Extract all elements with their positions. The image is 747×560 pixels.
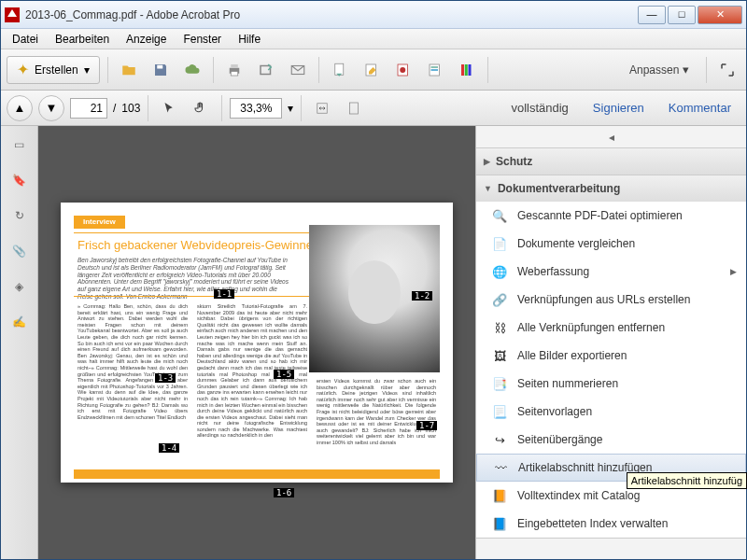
panel-toggle[interactable]: ◂ <box>476 126 746 148</box>
item-icon: 🔍 <box>491 207 508 224</box>
menu-file[interactable]: Datei <box>5 31 46 48</box>
svg-rect-11 <box>430 66 438 68</box>
fit-page-icon[interactable] <box>341 95 367 121</box>
panel-item-7[interactable]: 📃Seitenvorlagen <box>476 398 746 426</box>
item-label: Weberfassung <box>517 265 589 278</box>
item-icon: 〰 <box>492 459 509 476</box>
cloud-icon[interactable] <box>179 57 205 83</box>
select-tool-icon[interactable] <box>156 95 182 121</box>
hand-tool-icon[interactable] <box>188 95 214 121</box>
item-icon: 🌐 <box>491 263 508 280</box>
menu-edit[interactable]: Bearbeiten <box>48 31 117 48</box>
accordion-header-dokument[interactable]: ▼Dokumentverarbeitung <box>476 175 746 202</box>
item-label: Seitenvorlagen <box>517 405 592 418</box>
zoom-input[interactable] <box>230 98 282 119</box>
create-button[interactable]: ✦ Erstellen ▾ <box>7 56 100 84</box>
left-nav: ▭ 🔖 ↻ 📎 ◈ ✍ <box>1 126 38 559</box>
separator <box>706 57 707 83</box>
close-button[interactable]: ✕ <box>698 6 742 24</box>
triangle-icon: ▶ <box>484 157 490 166</box>
panel-item-5[interactable]: 🖼Alle Bilder exportieren <box>476 342 746 370</box>
content-area: ▭ 🔖 ↻ 📎 ◈ ✍ Interview Frisch gebackener … <box>1 126 746 559</box>
item-icon: 📙 <box>491 487 508 504</box>
sign-link[interactable]: Signieren <box>584 97 654 119</box>
svg-rect-3 <box>231 71 238 76</box>
panel-item-4[interactable]: ⛓Alle Verknüpfungen entfernen <box>476 314 746 342</box>
svg-rect-15 <box>468 64 471 76</box>
maximize-button[interactable]: □ <box>668 6 696 24</box>
comment-link[interactable]: Kommentar <box>659 97 740 119</box>
page-band: Interview <box>74 216 125 229</box>
print-icon[interactable] <box>221 57 247 83</box>
menu-view[interactable]: Anzeige <box>119 31 174 48</box>
marker-1-1: 1-1 <box>214 289 234 299</box>
signatures-icon[interactable]: ✍ <box>8 311 31 333</box>
save-icon[interactable] <box>148 57 174 83</box>
export-pdf-icon[interactable] <box>327 57 353 83</box>
window-buttons: — □ ✕ <box>638 6 742 24</box>
page-input[interactable] <box>70 98 107 119</box>
panel-item-3[interactable]: 🔗Verknüpfungen aus URLs erstellen <box>476 286 746 314</box>
panel-item-2[interactable]: 🌐Weberfassung▶ <box>476 258 746 286</box>
item-icon: 📄 <box>491 235 508 252</box>
page-up-button[interactable]: ▲ <box>7 95 33 121</box>
mail-icon[interactable] <box>285 57 311 83</box>
page-sep: / <box>113 102 116 115</box>
share-icon[interactable] <box>253 57 279 83</box>
create-label: Erstellen <box>35 63 78 77</box>
dropdown-icon: ▾ <box>84 63 90 77</box>
item-icon: ⛓ <box>491 319 508 336</box>
multimedia-icon[interactable] <box>454 57 480 83</box>
accordion-schutz: ▶Schutz <box>476 148 746 175</box>
item-icon: ↪ <box>491 431 508 448</box>
item-label: Verknüpfungen aus URLs erstellen <box>517 293 690 306</box>
separator <box>213 57 214 83</box>
accordion-header-schutz[interactable]: ▶Schutz <box>476 148 746 175</box>
separator <box>148 95 148 121</box>
marker-1-4: 1-4 <box>159 443 179 453</box>
svg-rect-13 <box>461 64 464 76</box>
attachments-icon[interactable]: 📎 <box>8 240 31 262</box>
panel-item-1[interactable]: 📄Dokumente vergleichen <box>476 230 746 258</box>
tooltip: Artikelabschnitt hinzufüg <box>627 472 747 489</box>
rotate-icon[interactable]: ↻ <box>8 204 31 227</box>
edit-text-icon[interactable] <box>359 57 385 83</box>
marker-1-7: 1-7 <box>416 421 437 430</box>
panel-item-8[interactable]: ↪Seitenübergänge <box>476 426 746 454</box>
panel-item-0[interactable]: 🔍Gescannte PDF-Datei optimieren <box>476 202 746 230</box>
separator <box>107 57 108 83</box>
customize-link[interactable]: Anpassen ▾ <box>620 59 698 80</box>
layers-icon[interactable]: ◈ <box>8 275 31 298</box>
stamp-icon[interactable] <box>390 57 416 83</box>
menubar: Datei Bearbeiten Anzeige Fenster Hilfe <box>1 29 746 49</box>
panel-item-6[interactable]: 📑Seiten nummerieren <box>476 370 746 398</box>
form-icon[interactable] <box>422 57 448 83</box>
menu-help[interactable]: Hilfe <box>231 31 268 48</box>
open-icon[interactable] <box>116 57 142 83</box>
fulltext-link[interactable]: vollständig <box>501 97 577 119</box>
menu-window[interactable]: Fenster <box>176 31 229 48</box>
page-intro: Ben Jaworskyj betreibt den erfolgreichst… <box>78 257 292 301</box>
col-1: » Commag: Hallo Ben, schön, dass du dich… <box>78 303 188 420</box>
triangle-icon: ▼ <box>484 184 492 193</box>
item-icon: 📑 <box>491 375 508 392</box>
panel-item-11[interactable]: 📘Eingebetteten Index verwalten <box>476 510 746 538</box>
item-label: Eingebetteten Index verwalten <box>517 517 668 530</box>
svg-rect-0 <box>157 64 162 68</box>
bookmarks-icon[interactable]: 🔖 <box>8 169 31 191</box>
marker-1-3: 1-3 <box>155 373 176 383</box>
svg-rect-14 <box>464 64 467 76</box>
separator <box>487 57 488 83</box>
item-label: Alle Verknüpfungen entfernen <box>517 321 665 334</box>
document-viewport[interactable]: Interview Frisch gebackener Webvideoprei… <box>38 126 475 559</box>
right-panel: ◂ ▶Schutz ▼Dokumentverarbeitung 🔍Gescann… <box>475 126 746 559</box>
fullscreen-icon[interactable] <box>714 57 740 83</box>
page-down-button[interactable]: ▼ <box>38 95 64 121</box>
thumbnails-icon[interactable]: ▭ <box>8 133 31 156</box>
item-icon: 🖼 <box>491 347 508 364</box>
fit-width-icon[interactable] <box>309 95 335 121</box>
zoom-dropdown-icon[interactable]: ▾ <box>288 102 293 115</box>
minimize-button[interactable]: — <box>638 6 666 24</box>
svg-rect-17 <box>350 103 359 114</box>
svg-rect-6 <box>334 63 343 75</box>
